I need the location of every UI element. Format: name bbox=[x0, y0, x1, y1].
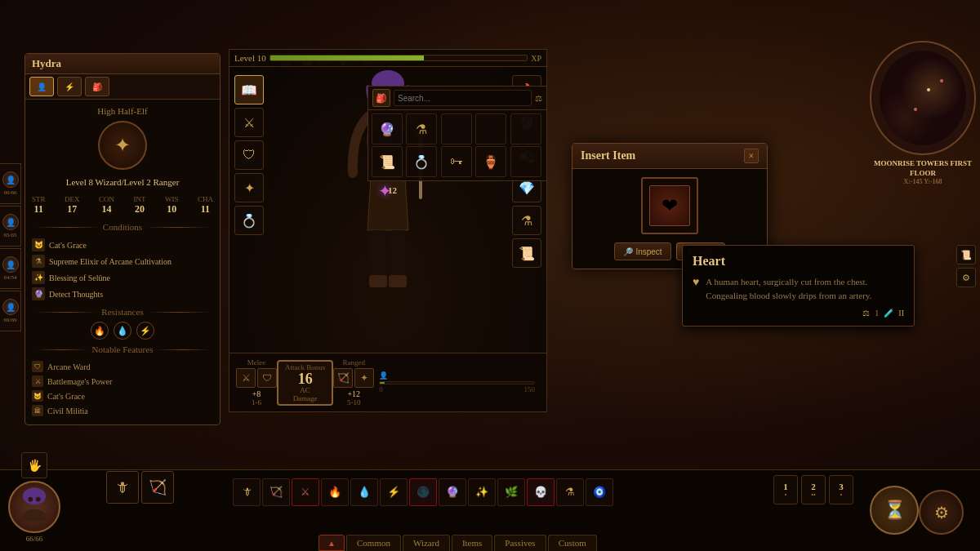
stat-dex: DEX 17 bbox=[65, 195, 80, 216]
minimap-location-name: MOONRISE TOWERS FIRST FLOOR bbox=[870, 159, 976, 178]
action-slot-shield[interactable]: 🛡 bbox=[234, 140, 264, 170]
spell-slot-5[interactable]: 💧 bbox=[350, 478, 378, 506]
condition-icon-4: 🔮 bbox=[32, 287, 45, 300]
notable-name-2: Battlemage's Power bbox=[47, 377, 112, 386]
ranged-damage: 5-10 bbox=[333, 398, 374, 407]
right-icon-settings[interactable]: ⚙ bbox=[956, 268, 976, 287]
spell-slot-13[interactable]: 🧿 bbox=[586, 478, 613, 506]
class-icon-1[interactable]: 🗡 bbox=[106, 471, 139, 504]
melee-shield-icon[interactable]: 🛡 bbox=[257, 368, 277, 388]
melee-damage: 1-6 bbox=[236, 398, 277, 407]
minimap-detail bbox=[880, 51, 966, 145]
inv-slot-8[interactable]: 🏺 bbox=[475, 146, 506, 177]
tab-wizard[interactable]: Wizard bbox=[403, 535, 450, 551]
melee-weapon-icons: ⚔ 🛡 bbox=[236, 368, 277, 388]
spell-slot-6[interactable]: ⚡ bbox=[380, 478, 408, 506]
ranged-offhand-icon[interactable]: ✦ bbox=[354, 368, 374, 388]
stat-int-label: INT bbox=[133, 195, 145, 203]
svg-point-14 bbox=[29, 497, 33, 502]
stat-str-value: 11 bbox=[32, 203, 46, 216]
action-slot-flask[interactable]: ⚗ bbox=[512, 206, 541, 235]
mini-portrait-2[interactable]: 👤 65/65 bbox=[0, 206, 21, 247]
spell-slot-11[interactable]: 💀 bbox=[527, 478, 555, 506]
spell-slot-7[interactable]: 🌑 bbox=[409, 478, 437, 506]
character-race: High Half-Elf bbox=[32, 106, 213, 116]
resource-2-value: 2 bbox=[811, 482, 816, 491]
spell-slot-12[interactable]: ⚗ bbox=[556, 478, 584, 506]
mini-portrait-3[interactable]: 👤 64/54 bbox=[0, 248, 21, 289]
stat-dex-value: 17 bbox=[65, 203, 80, 216]
char-tab-stats[interactable]: 👤 bbox=[29, 77, 54, 96]
dialog-close-button[interactable]: × bbox=[744, 149, 759, 163]
minimap-player-dot bbox=[927, 88, 930, 91]
condition-name-4: Detect Thoughts bbox=[49, 290, 103, 299]
spell-slots-row: 🗡 🏹 ⚔ 🔥 💧 ⚡ 🌑 🔮 ✨ 🌿 💀 ⚗ 🧿 bbox=[233, 478, 849, 506]
inv-slot-0[interactable]: 🔮 bbox=[372, 113, 403, 144]
inv-slot-3[interactable] bbox=[475, 113, 506, 144]
melee-weapon-icon[interactable]: ⚔ bbox=[236, 368, 256, 388]
tab-common[interactable]: Common bbox=[346, 535, 401, 551]
action-slot-book[interactable]: 📖 bbox=[234, 75, 264, 104]
svg-rect-9 bbox=[369, 275, 387, 287]
mini-portrait-1[interactable]: 👤 66/66 bbox=[0, 163, 21, 204]
tab-indicator-icon: ▲ bbox=[327, 539, 336, 548]
inv-slot-5[interactable]: 📜 bbox=[372, 146, 403, 177]
right-icon-scroll[interactable]: 📜 bbox=[956, 245, 976, 264]
minimap-coordinates: X:-145 Y:-168 bbox=[870, 178, 976, 186]
mini-portrait-4[interactable]: 👤 69/69 bbox=[0, 291, 21, 331]
resist-lightning-icon: ⚡ bbox=[136, 322, 154, 340]
action-slot-stars[interactable]: ✦ bbox=[234, 173, 264, 202]
tab-indicator[interactable]: ▲ bbox=[318, 535, 345, 551]
spell-slot-1[interactable]: 🗡 bbox=[233, 478, 261, 506]
inspect-button[interactable]: 🔎 Inspect bbox=[614, 242, 670, 260]
tab-passives[interactable]: Passives bbox=[494, 535, 546, 551]
char-tab-items[interactable]: 🎒 bbox=[85, 77, 109, 96]
spell-slot-2[interactable]: 🏹 bbox=[262, 478, 290, 506]
ranged-weapon-icon[interactable]: 🏹 bbox=[333, 368, 353, 388]
inventory-weight-icon: ⚖ bbox=[535, 94, 542, 103]
portrait-hp-2: 65/65 bbox=[4, 232, 17, 238]
end-turn-button[interactable]: ⏳ bbox=[870, 486, 919, 535]
inv-slot-6[interactable]: 💍 bbox=[406, 146, 437, 177]
mini-portraits-panel: 👤 66/66 👤 65/65 👤 64/54 👤 69/69 bbox=[0, 163, 21, 331]
weight-bar bbox=[379, 381, 535, 384]
spell-slot-3[interactable]: ⚔ bbox=[292, 478, 319, 506]
camp-button[interactable]: ⚙ bbox=[919, 490, 964, 535]
inspect-label: Inspect bbox=[635, 247, 662, 256]
tab-custom[interactable]: Custom bbox=[548, 535, 597, 551]
notable-label: Notable Features bbox=[92, 344, 154, 354]
inv-slot-2[interactable] bbox=[441, 113, 472, 144]
notable-name-1: Arcane Ward bbox=[47, 362, 91, 371]
tooltip-stack-icon: II bbox=[898, 309, 904, 318]
stat-str-label: STR bbox=[32, 195, 46, 203]
resistances-label: Resistances bbox=[101, 307, 143, 317]
ranged-label: Ranged bbox=[333, 358, 374, 367]
tooltip-weight-value: 1 bbox=[875, 309, 879, 318]
inv-slot-4[interactable] bbox=[510, 113, 541, 144]
inventory-search-input[interactable] bbox=[394, 90, 532, 106]
tooltip-weight-icon: ⚖ bbox=[862, 309, 870, 318]
melee-bonus: +8 bbox=[236, 389, 277, 398]
char-tab-spells[interactable]: ⚡ bbox=[57, 77, 82, 96]
tab-items[interactable]: Items bbox=[452, 535, 492, 551]
condition-1: 🐱 Cat's Grace bbox=[32, 237, 213, 253]
character-name: Hydra bbox=[25, 54, 220, 74]
spell-slot-9[interactable]: ✨ bbox=[468, 478, 496, 506]
minimap[interactable] bbox=[870, 41, 976, 155]
inv-slot-9[interactable] bbox=[510, 146, 541, 177]
palm-icon[interactable]: 🖐 bbox=[21, 452, 47, 478]
player-avatar-large[interactable] bbox=[8, 481, 60, 533]
class-icon-2[interactable]: 🏹 bbox=[141, 471, 174, 504]
action-slot-sword[interactable]: ⚔ bbox=[234, 108, 264, 137]
inventory-toggle-icon[interactable]: 🎒 bbox=[372, 89, 390, 107]
weight-fill bbox=[380, 382, 385, 384]
character-portrait-area: ✦ bbox=[32, 121, 213, 170]
action-slot-ring[interactable]: 💍 bbox=[234, 206, 264, 235]
inv-slot-1[interactable]: ⚗ bbox=[406, 113, 437, 144]
spell-slot-8[interactable]: 🔮 bbox=[439, 478, 466, 506]
spell-slot-10[interactable]: 🌿 bbox=[497, 478, 525, 506]
action-slot-scroll[interactable]: 📜 bbox=[512, 238, 541, 268]
spell-slot-4[interactable]: 🔥 bbox=[321, 478, 349, 506]
minimap-enemy-dot-2 bbox=[914, 108, 917, 111]
inv-slot-7[interactable]: 🗝 bbox=[441, 146, 472, 177]
